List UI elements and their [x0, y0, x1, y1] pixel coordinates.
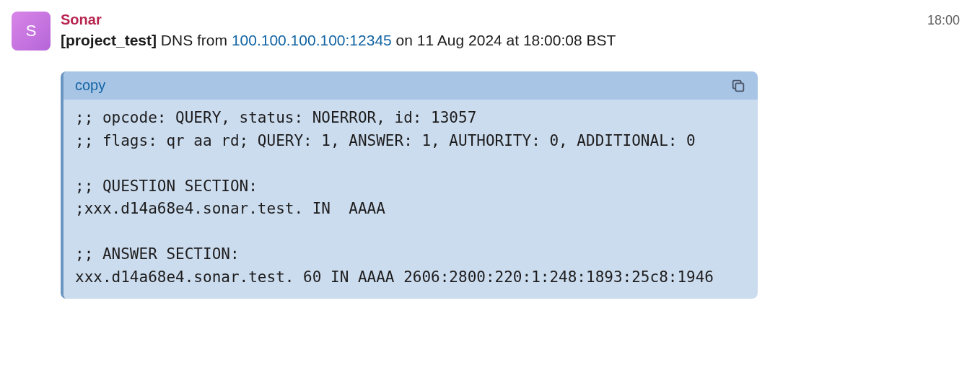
message-content: Sonar 18:00 [project_test] DNS from 100.…	[61, 12, 968, 299]
svg-rect-0	[735, 83, 743, 91]
message-timestamp: 18:00	[927, 13, 968, 28]
avatar-letter: S	[26, 22, 37, 40]
copy-button[interactable]: copy	[75, 77, 105, 94]
message-header: Sonar 18:00	[61, 12, 968, 28]
avatar: S	[12, 12, 51, 51]
chat-message: S Sonar 18:00 [project_test] DNS from 10…	[12, 12, 968, 299]
subject-text-before: DNS from	[157, 32, 232, 48]
message-subject: [project_test] DNS from 100.100.100.100:…	[61, 30, 968, 51]
project-tag: [project_test]	[61, 32, 157, 48]
code-content[interactable]: ;; opcode: QUERY, status: NOERROR, id: 1…	[64, 100, 758, 299]
code-block: copy ;; opcode: QUERY, status: NOERROR, …	[61, 71, 758, 299]
ip-link[interactable]: 100.100.100.100:12345	[232, 32, 392, 48]
sender-name: Sonar	[61, 12, 102, 28]
code-block-header: copy	[64, 71, 758, 100]
subject-text-after: on 11 Aug 2024 at 18:00:08 BST	[392, 32, 616, 48]
copy-icon[interactable]	[730, 78, 746, 94]
